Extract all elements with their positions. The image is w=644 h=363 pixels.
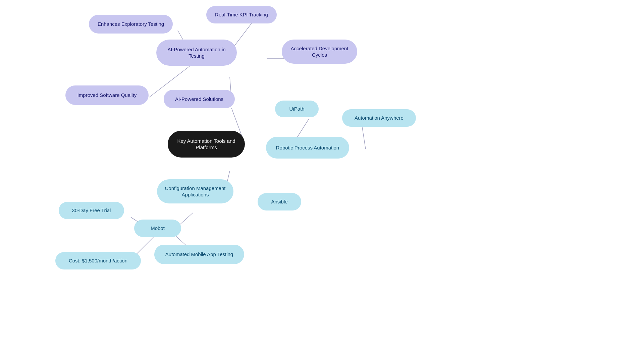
central-node: Key Automation Tools and Platforms (168, 131, 245, 158)
config-mgmt-node: Configuration Management Applications (157, 179, 233, 203)
free-trial-node: 30-Day Free Trial (59, 202, 124, 219)
ai-powered-solutions-node: AI-Powered Solutions (164, 90, 235, 108)
ai-powered-automation-node: AI-Powered Automation in Testing (156, 40, 237, 66)
accelerated-node: Accelerated Development Cycles (282, 40, 357, 64)
cost-node: Cost: $1,500/month/action (55, 252, 141, 269)
improved-node: Improved Software Quality (65, 85, 149, 105)
uipath-node: UiPath (275, 101, 319, 117)
realtime-node: Real-Time KPI Tracking (206, 6, 277, 23)
enhances-node: Enhances Exploratory Testing (89, 15, 173, 34)
robotic-node: Robotic Process Automation (266, 137, 349, 159)
automated-mobile-node: Automated Mobile App Testing (154, 245, 244, 264)
ansible-node: Ansible (258, 193, 301, 210)
mobot-node: Mobot (134, 220, 181, 237)
automation-anywhere-node: Automation Anywhere (342, 109, 416, 127)
svg-line-8 (362, 127, 366, 149)
